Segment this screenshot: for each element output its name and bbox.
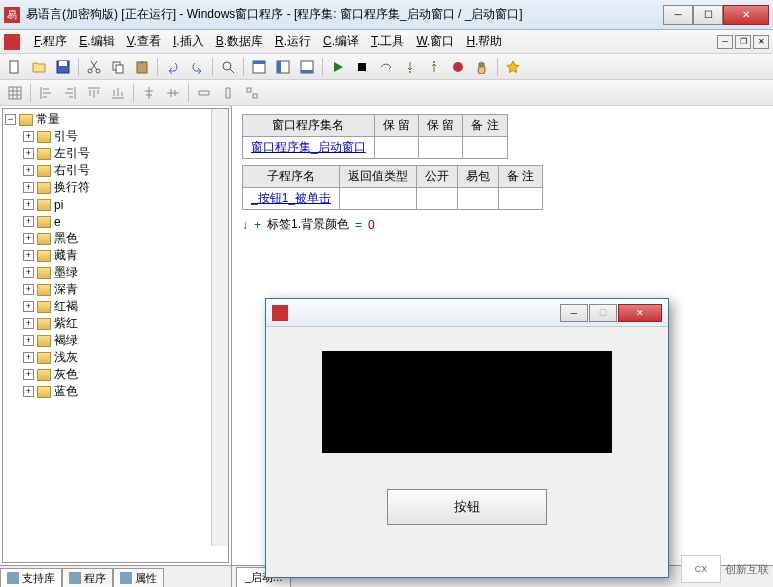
- tree-item[interactable]: +e: [23, 213, 226, 230]
- align-right-icon[interactable]: [59, 82, 81, 104]
- same-height-icon[interactable]: [217, 82, 239, 104]
- tree-expand-icon[interactable]: +: [23, 199, 34, 210]
- menu-帮助[interactable]: H.帮助: [460, 31, 508, 52]
- tree-item[interactable]: +换行符: [23, 179, 226, 196]
- tree-expand-icon[interactable]: +: [23, 284, 34, 295]
- dialog-minimize-button[interactable]: ─: [560, 304, 588, 322]
- menu-插入[interactable]: I.插入: [167, 31, 210, 52]
- step-out-icon[interactable]: [423, 56, 445, 78]
- breakpoint-icon[interactable]: [447, 56, 469, 78]
- align-left-icon[interactable]: [35, 82, 57, 104]
- grid-icon[interactable]: [4, 82, 26, 104]
- paste-icon[interactable]: [131, 56, 153, 78]
- constant-tree[interactable]: − 常量 +引号+左引号+右引号+换行符+pi+e+黑色+藏青+墨绿+深青+红褐…: [2, 108, 229, 563]
- tree-item[interactable]: +深青: [23, 281, 226, 298]
- center-h-icon[interactable]: [138, 82, 160, 104]
- tree-expand-icon[interactable]: +: [23, 165, 34, 176]
- tree-item[interactable]: +pi: [23, 196, 226, 213]
- minimize-button[interactable]: ─: [663, 5, 693, 25]
- cut-icon[interactable]: [83, 56, 105, 78]
- tab-properties[interactable]: 属性: [113, 568, 164, 587]
- tree-expand-icon[interactable]: +: [23, 250, 34, 261]
- find-icon[interactable]: [217, 56, 239, 78]
- menu-编辑[interactable]: E.编辑: [73, 31, 120, 52]
- tree-expand-icon[interactable]: +: [23, 352, 34, 363]
- procedure-set-link[interactable]: 窗口程序集_启动窗口: [243, 137, 375, 159]
- save-icon[interactable]: [52, 56, 74, 78]
- tree-item[interactable]: +紫红: [23, 315, 226, 332]
- tree-expand-icon[interactable]: +: [23, 182, 34, 193]
- dialog-maximize-button: ☐: [589, 304, 617, 322]
- step-into-icon[interactable]: [399, 56, 421, 78]
- tree-item[interactable]: +藏青: [23, 247, 226, 264]
- mdi-restore[interactable]: ❐: [735, 35, 751, 49]
- new-icon[interactable]: [4, 56, 26, 78]
- tree-expand-icon[interactable]: +: [23, 148, 34, 159]
- tree-expand-icon[interactable]: +: [23, 216, 34, 227]
- same-width-icon[interactable]: [193, 82, 215, 104]
- redo-icon[interactable]: [186, 56, 208, 78]
- stop-icon[interactable]: [351, 56, 373, 78]
- subroutine-table[interactable]: 子程序名返回值类型公开易包备 注 _按钮1_被单击: [242, 165, 543, 210]
- code-line[interactable]: ↓ + 标签1.背景颜色 = 0: [242, 216, 763, 233]
- tree-item[interactable]: +黑色: [23, 230, 226, 247]
- tree-item[interactable]: +浅灰: [23, 349, 226, 366]
- panel1-icon[interactable]: [248, 56, 270, 78]
- step-over-icon[interactable]: [375, 56, 397, 78]
- tree-expand-icon[interactable]: +: [23, 318, 34, 329]
- button1[interactable]: 按钮: [387, 489, 547, 525]
- align-bottom-icon[interactable]: [107, 82, 129, 104]
- tree-expand-icon[interactable]: +: [23, 301, 34, 312]
- panel2-icon[interactable]: [272, 56, 294, 78]
- menu-程序[interactable]: F.程序: [28, 31, 73, 52]
- runtime-dialog[interactable]: ─ ☐ ✕ 按钮: [265, 298, 669, 578]
- tree-item[interactable]: +红褐: [23, 298, 226, 315]
- plus-icon[interactable]: +: [254, 218, 261, 232]
- tree-item[interactable]: +灰色: [23, 366, 226, 383]
- panel3-icon[interactable]: [296, 56, 318, 78]
- procedure-set-table[interactable]: 窗口程序集名保 留保 留备 注 窗口程序集_启动窗口: [242, 114, 508, 159]
- folder-icon: [37, 250, 51, 262]
- run-icon[interactable]: [327, 56, 349, 78]
- close-button[interactable]: ✕: [723, 5, 769, 25]
- folder-icon: [19, 114, 33, 126]
- dialog-title-bar[interactable]: ─ ☐ ✕: [266, 299, 668, 327]
- tree-expand-icon[interactable]: +: [23, 335, 34, 346]
- tree-expand-icon[interactable]: +: [23, 267, 34, 278]
- knowledge-icon[interactable]: [502, 56, 524, 78]
- open-icon[interactable]: [28, 56, 50, 78]
- tree-item[interactable]: +墨绿: [23, 264, 226, 281]
- tree-item[interactable]: +蓝色: [23, 383, 226, 400]
- menu-工具[interactable]: T.工具: [365, 31, 410, 52]
- menu-查看[interactable]: V.查看: [121, 31, 167, 52]
- dialog-close-button[interactable]: ✕: [618, 304, 662, 322]
- hand-icon[interactable]: [471, 56, 493, 78]
- menu-编译[interactable]: C.编译: [317, 31, 365, 52]
- mdi-close[interactable]: ✕: [753, 35, 769, 49]
- maximize-button[interactable]: ☐: [693, 5, 723, 25]
- menu-窗口[interactable]: W.窗口: [410, 31, 460, 52]
- tree-collapse-icon[interactable]: −: [5, 114, 16, 125]
- tree-expand-icon[interactable]: +: [23, 131, 34, 142]
- copy-icon[interactable]: [107, 56, 129, 78]
- tab-program[interactable]: 程序: [62, 568, 113, 587]
- center-v-icon[interactable]: [162, 82, 184, 104]
- tree-item[interactable]: +左引号: [23, 145, 226, 162]
- tree-expand-icon[interactable]: +: [23, 233, 34, 244]
- mdi-minimize[interactable]: ─: [717, 35, 733, 49]
- subroutine-link[interactable]: _按钮1_被单击: [243, 188, 340, 210]
- tree-item[interactable]: +引号: [23, 128, 226, 145]
- undo-icon[interactable]: [162, 56, 184, 78]
- same-size-icon[interactable]: [241, 82, 263, 104]
- tree-item[interactable]: +褐绿: [23, 332, 226, 349]
- align-top-icon[interactable]: [83, 82, 105, 104]
- folder-icon: [37, 148, 51, 160]
- tree-expand-icon[interactable]: +: [23, 386, 34, 397]
- tree-expand-icon[interactable]: +: [23, 369, 34, 380]
- program-icon: [69, 572, 81, 584]
- menu-运行[interactable]: R.运行: [269, 31, 317, 52]
- tree-item[interactable]: +右引号: [23, 162, 226, 179]
- tab-support-lib[interactable]: 支持库: [0, 568, 62, 587]
- svg-rect-8: [140, 61, 144, 64]
- menu-数据库[interactable]: B.数据库: [210, 31, 269, 52]
